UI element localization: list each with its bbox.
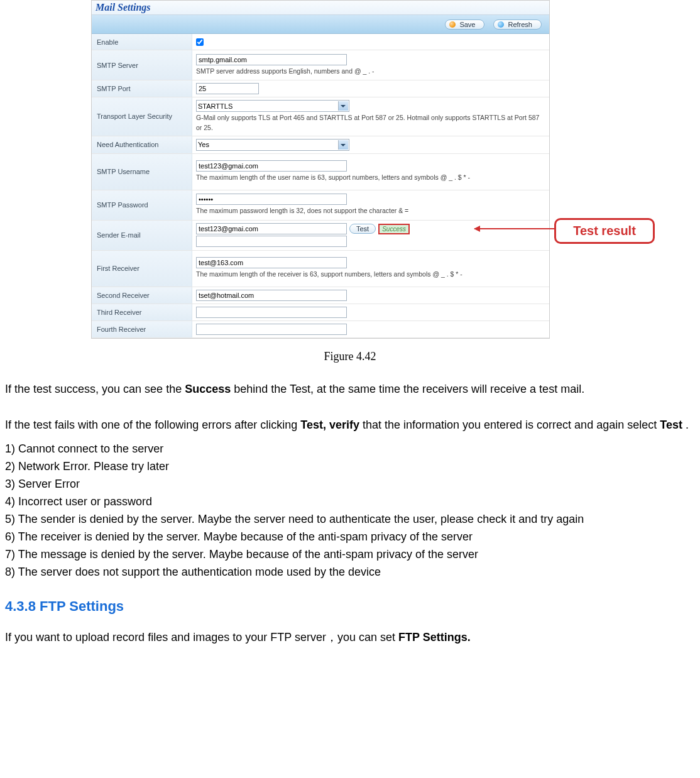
annotation-arrow [474,228,555,229]
annotation-text: Test result [554,218,655,244]
error-item: 3) Server Error [5,476,695,493]
label-smtp-server: SMTP Server [92,50,192,80]
page-title: Mail Settings [96,2,151,13]
row-third-receiver: Third Receiver [92,304,549,321]
annotation-callout: Test result [554,218,655,244]
paragraph-fail-intro: If the test fails with one of the follow… [5,417,695,434]
label-smtp-pass: SMTP Password [92,190,192,220]
section-heading-ftp: 4.3.8 FTP Settings [5,596,695,617]
label-third-receiver: Third Receiver [92,304,192,321]
row-first-receiver: First Receiver The maximum length of the… [92,251,549,287]
row-tls: Transport Layer Security G-Mail only sup… [92,97,549,136]
paragraph-ftp: If you want to upload record files and i… [5,629,695,647]
smtp-port-input[interactable] [196,83,259,94]
error-list: 1) Cannot connect to the server 2) Netwo… [5,441,695,581]
label-tls: Transport Layer Security [92,97,192,136]
fourth-receiver-input[interactable] [196,324,347,335]
error-item: 4) Incorrect user or password [5,493,695,511]
enable-checkbox[interactable] [196,38,204,46]
row-smtp-user: SMTP Username The maximum length of the … [92,154,549,190]
sender-email-input[interactable] [196,223,347,234]
third-receiver-input[interactable] [196,307,347,318]
second-receiver-input[interactable] [196,290,347,301]
label-fourth-receiver: Fourth Receiver [92,321,192,337]
test-result-badge: Success [378,224,410,234]
row-enable: Enable [92,34,549,50]
row-sender: Sender E-mail Test Success [92,221,549,251]
smtp-username-input[interactable] [196,160,347,172]
error-item: 5) The sender is denied by the server. M… [5,511,695,529]
error-item: 8) The server does not support the authe… [5,564,695,581]
hint-smtp-server: SMTP server address supports English, nu… [196,67,545,77]
row-smtp-server: SMTP Server SMTP server address supports… [92,50,549,80]
smtp-password-input[interactable] [196,194,347,205]
error-item: 7) The message is denied by the server. … [5,546,695,564]
error-item: 1) Cannot connect to the server [5,441,695,458]
save-button[interactable]: Save [445,19,484,30]
need-auth-select[interactable] [196,139,349,151]
row-need-auth: Need Authentication [92,136,549,154]
settings-panel: Enable SMTP Server SMTP server address s… [92,34,549,338]
title-bar: Mail Settings [92,1,549,15]
label-enable: Enable [92,34,192,50]
hint-tls: G-Mail only supports TLS at Port 465 and… [196,113,545,133]
figure-caption: Figure 4.42 [0,350,700,363]
error-item: 2) Network Error. Please try later [5,458,695,476]
header-bar: Save Refresh [92,15,549,34]
label-smtp-port: SMTP Port [92,80,192,97]
smtp-server-input[interactable] [196,54,347,65]
first-receiver-input[interactable] [196,257,347,268]
row-smtp-port: SMTP Port [92,80,549,97]
row-smtp-pass: SMTP Password The maximum password lengt… [92,190,549,221]
label-smtp-user: SMTP Username [92,154,192,190]
test-button[interactable]: Test [349,224,376,234]
refresh-button[interactable]: Refresh [493,19,542,30]
label-need-auth: Need Authentication [92,136,192,153]
mail-settings-screenshot: Mail Settings Save Refresh Enable SMTP S… [91,0,550,339]
label-sender: Sender E-mail [92,221,192,250]
tls-select[interactable] [196,100,349,112]
hint-smtp-user: The maximum length of the user name is 6… [196,173,545,183]
error-item: 6) The receiver is denied by the server.… [5,529,695,546]
row-fourth-receiver: Fourth Receiver [92,321,549,338]
label-first-receiver: First Receiver [92,251,192,287]
row-second-receiver: Second Receiver [92,287,549,304]
hint-smtp-pass: The maximum password length is 32, does … [196,206,545,216]
hint-first-receiver: The maximum length of the receiver is 63… [196,270,545,280]
document-body: If the test success, you can see the Suc… [0,381,700,647]
paragraph-success: If the test success, you can see the Suc… [5,381,695,398]
label-second-receiver: Second Receiver [92,287,192,304]
sender-email-input-2[interactable] [196,236,347,247]
